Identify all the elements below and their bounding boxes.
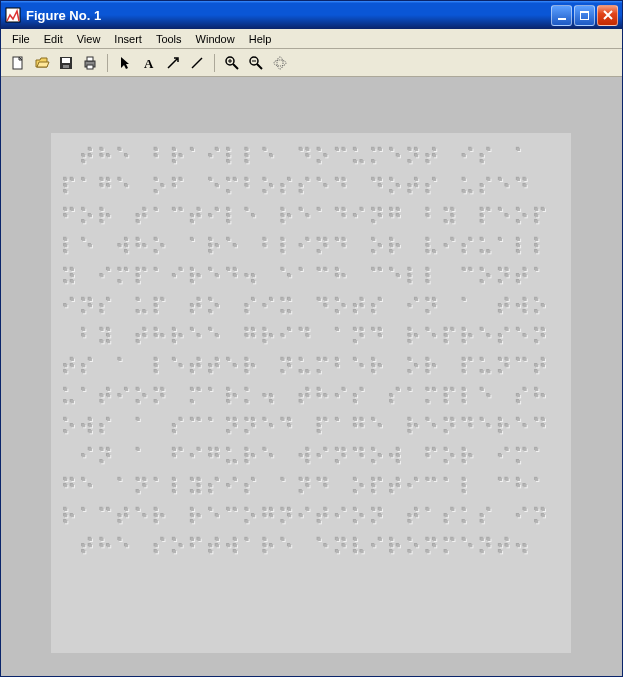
app-icon <box>5 7 21 23</box>
save-icon <box>58 55 74 71</box>
svg-rect-4 <box>63 65 69 68</box>
pointer-button[interactable] <box>114 52 136 74</box>
menu-help[interactable]: Help <box>242 31 279 47</box>
menu-insert[interactable]: Insert <box>107 31 149 47</box>
save-button[interactable] <box>55 52 77 74</box>
zoom-out-button[interactable] <box>245 52 267 74</box>
maximize-button[interactable] <box>574 5 595 26</box>
svg-rect-3 <box>62 58 70 63</box>
window-title: Figure No. 1 <box>26 8 551 23</box>
separator <box>107 54 108 72</box>
minimize-button[interactable] <box>551 5 572 26</box>
arrow-button[interactable] <box>162 52 184 74</box>
toolbar: A <box>1 49 622 77</box>
print-button[interactable] <box>79 52 101 74</box>
line-button[interactable] <box>186 52 208 74</box>
pointer-icon <box>117 55 133 71</box>
new-button[interactable] <box>7 52 29 74</box>
svg-text:A: A <box>144 56 154 71</box>
new-icon <box>10 55 26 71</box>
menu-tools[interactable]: Tools <box>149 31 189 47</box>
close-button[interactable] <box>597 5 618 26</box>
line-icon <box>189 55 205 71</box>
separator <box>214 54 215 72</box>
zoom-in-icon <box>224 55 240 71</box>
svg-rect-7 <box>87 65 93 69</box>
content-area: ⠀⠞⠓⠑⠀⠃⠗⠁⠊⠇⠇⠑⠀⠙⠕⠉⠥⠍⠑⠝⠞⠀⠊⠎⠀⠁⠀⠏⠁⠛⠑⠀⠕⠋⠀⠑⠍⠃⠕⠎… <box>1 77 622 676</box>
figure-window: Figure No. 1 File Edit View Insert Tools… <box>0 0 623 677</box>
zoom-out-icon <box>248 55 264 71</box>
rotate3d-button[interactable] <box>269 52 291 74</box>
menu-window[interactable]: Window <box>189 31 242 47</box>
braille-image: ⠀⠞⠓⠑⠀⠃⠗⠁⠊⠇⠇⠑⠀⠙⠕⠉⠥⠍⠑⠝⠞⠀⠊⠎⠀⠁⠀⠏⠁⠛⠑⠀⠕⠋⠀⠑⠍⠃⠕⠎… <box>61 143 561 643</box>
open-button[interactable] <box>31 52 53 74</box>
menu-edit[interactable]: Edit <box>37 31 70 47</box>
zoom-in-button[interactable] <box>221 52 243 74</box>
window-controls <box>551 5 618 26</box>
svg-point-11 <box>274 60 286 66</box>
arrow-icon <box>165 55 181 71</box>
svg-rect-6 <box>87 57 93 61</box>
text-icon: A <box>141 55 157 71</box>
print-icon <box>82 55 98 71</box>
rotate3d-icon <box>272 55 288 71</box>
menu-view[interactable]: View <box>70 31 108 47</box>
open-icon <box>34 55 50 71</box>
figure-axes[interactable]: ⠀⠞⠓⠑⠀⠃⠗⠁⠊⠇⠇⠑⠀⠙⠕⠉⠥⠍⠑⠝⠞⠀⠊⠎⠀⠁⠀⠏⠁⠛⠑⠀⠕⠋⠀⠑⠍⠃⠕⠎… <box>51 133 571 653</box>
menu-file[interactable]: File <box>5 31 37 47</box>
titlebar[interactable]: Figure No. 1 <box>1 1 622 29</box>
text-button[interactable]: A <box>138 52 160 74</box>
svg-point-12 <box>277 57 283 69</box>
menubar: File Edit View Insert Tools Window Help <box>1 29 622 49</box>
